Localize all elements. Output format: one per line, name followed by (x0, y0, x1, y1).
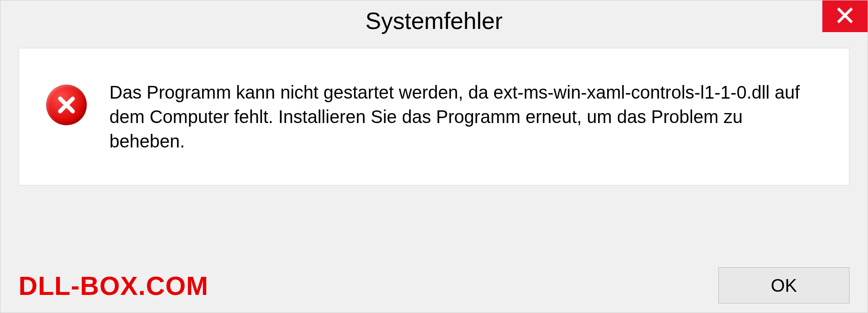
error-message: Das Programm kann nicht gestartet werden… (109, 80, 822, 153)
close-button[interactable] (822, 0, 868, 32)
titlebar: Systemfehler (0, 0, 868, 41)
dialog-footer: DLL-BOX.COM OK (0, 267, 868, 304)
dialog-content: Das Programm kann nicht gestartet werden… (19, 48, 849, 185)
error-icon (46, 85, 87, 125)
watermark-text: DLL-BOX.COM (19, 270, 208, 301)
ok-button[interactable]: OK (718, 267, 849, 304)
dialog-title: Systemfehler (365, 7, 502, 34)
close-icon (836, 6, 854, 26)
